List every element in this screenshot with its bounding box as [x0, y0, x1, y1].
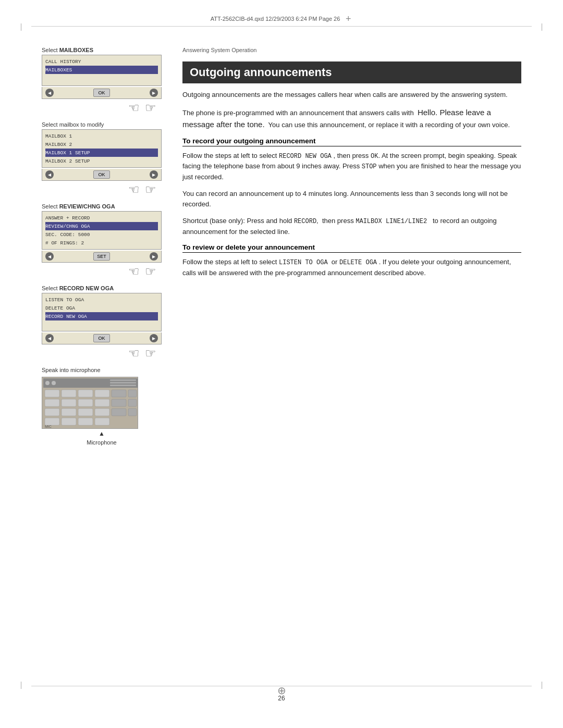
subsection-1-title: To record your outgoing announcement [182, 137, 521, 146]
nav-btn-right: ▶ [150, 170, 158, 179]
ok-btn: OK [93, 170, 109, 179]
file-header-text: ATT-2562CIB-d4.qxd 12/29/2003 6:24 PM Pa… [211, 16, 340, 22]
mono-text: LISTEN TO OGA [279, 259, 328, 266]
diagram-1-label-bold: MAILBOXES [59, 47, 93, 53]
page: ATT-2562CIB-d4.qxd 12/29/2003 6:24 PM Pa… [0, 0, 563, 728]
svg-rect-6 [110, 385, 136, 386]
left-mark-bottom [21, 682, 21, 689]
lcd-row-selected: REVIEW/CHNG OGA [45, 222, 158, 230]
mono-text: STOP [362, 163, 377, 170]
lcd-row: CALL HISTORY [45, 57, 158, 66]
nav-btn-right: ▶ [150, 89, 158, 97]
diagram-1-btn-row: ◀ OK ▶ [42, 87, 162, 99]
svg-rect-23 [112, 409, 126, 416]
speak-label: Speak into microphone [42, 367, 162, 373]
hand-icon-6: ☞ [145, 264, 156, 279]
svg-rect-13 [45, 399, 59, 406]
lcd-row: ANSWER + RECORD [45, 214, 158, 222]
subsection-1-para1: Follow the steps at left to select RECOR… [182, 151, 521, 182]
diagram-3: Select REVIEW/CHNG OGA ANSWER + RECORD R… [42, 203, 162, 283]
svg-rect-22 [95, 409, 109, 416]
ok-btn: OK [93, 89, 109, 97]
diagram-3-label: Select REVIEW/CHNG OGA [42, 203, 162, 209]
diagram-4-btn-row: ◀ OK ▶ [42, 332, 162, 344]
svg-rect-9 [78, 390, 93, 397]
svg-rect-15 [78, 399, 93, 406]
left-column: Select MAILBOXES CALL HISTORY MAILBOXES … [42, 47, 162, 446]
diagram-3-lcd: ANSWER + RECORD REVIEW/CHNG OGA SEC. COD… [42, 211, 162, 250]
file-header: ATT-2562CIB-d4.qxd 12/29/2003 6:24 PM Pa… [211, 15, 353, 23]
subsection-1-para3: Shortcut (base only): Press and hold REC… [182, 216, 521, 237]
hand-icon-5: ☜ [128, 264, 140, 279]
hand-icon-4: ☞ [145, 182, 156, 197]
lcd-row [45, 74, 158, 82]
lcd-row: MAILBOX 2 [45, 140, 158, 149]
svg-rect-24 [128, 409, 137, 416]
hand-icon-2: ☞ [145, 101, 156, 115]
svg-text:MIC: MIC [45, 425, 52, 428]
mono-text: OK [371, 153, 378, 160]
lcd-row [45, 320, 158, 329]
nav-btn-right: ▶ [150, 252, 158, 261]
svg-rect-4 [110, 379, 136, 381]
hand-icon-3: ☜ [128, 182, 140, 197]
nav-btn-left: ◀ [45, 252, 54, 261]
diagram-4-label-bold: RECORD NEW OGA [59, 285, 114, 291]
diagram-2-label: Select mailbox to modify [42, 121, 162, 128]
bottom-crosshair-icon: ⊕ [277, 684, 286, 697]
diagram-1: Select MAILBOXES CALL HISTORY MAILBOXES … [42, 47, 162, 119]
phone-svg: MIC [42, 377, 138, 429]
svg-rect-21 [78, 409, 93, 416]
svg-rect-17 [112, 399, 126, 406]
diagram-1-label: Select MAILBOXES [42, 47, 162, 53]
diagram-3-label-bold: REVIEW/CHNG OGA [59, 203, 115, 209]
right-mark-bottom [542, 682, 542, 689]
svg-rect-25 [45, 418, 59, 425]
lcd-row-selected: MAILBOXES [45, 66, 158, 74]
page-title: Outgoing announcements [182, 61, 521, 83]
set-btn: SET [93, 252, 110, 261]
mono-text: DELETE OGA [339, 259, 377, 266]
nav-btn-left: ◀ [45, 89, 54, 97]
diagram-4-lcd: LISTEN TO OGA DELETE OGA RECORD NEW OGA [42, 293, 162, 331]
mono-text: RECORD NEW OGA [279, 153, 332, 160]
svg-rect-16 [95, 399, 109, 406]
svg-rect-8 [62, 390, 76, 397]
hand-row-4: ☜ ☞ [42, 346, 162, 361]
lcd-row: DELETE OGA [45, 304, 158, 312]
svg-rect-26 [62, 418, 76, 425]
intro-para-2: The phone is pre-programmed with an anno… [182, 106, 521, 131]
diagram-4-label: Select RECORD NEW OGA [42, 285, 162, 291]
lcd-row: # OF RINGS: 2 [45, 239, 158, 247]
crosshair-icon [344, 15, 352, 23]
lcd-row: LISTEN TO OGA [45, 295, 158, 304]
large-text-quote: Hello. Please leave a message after the … [182, 108, 491, 129]
nav-btn-right: ▶ [150, 334, 158, 342]
subsection-2-para1: Follow the steps at left to select LISTE… [182, 257, 521, 278]
subsection-2-title: To review or delete your announcement [182, 243, 521, 253]
svg-rect-18 [128, 399, 137, 406]
main-content: Select MAILBOXES CALL HISTORY MAILBOXES … [42, 47, 521, 446]
nav-btn-left: ◀ [45, 334, 54, 342]
hand-row-3: ☜ ☞ [42, 264, 162, 279]
svg-rect-7 [45, 390, 59, 397]
subsection-1-para2: You can record an announcement up to 4 m… [182, 189, 521, 209]
svg-rect-11 [112, 390, 126, 397]
hand-row-1: ☜ ☞ [42, 101, 162, 115]
svg-rect-20 [62, 409, 76, 416]
svg-rect-5 [110, 382, 136, 384]
hand-icon-7: ☜ [128, 346, 140, 361]
svg-rect-12 [128, 390, 137, 397]
svg-rect-14 [62, 399, 76, 406]
svg-rect-28 [95, 418, 109, 425]
lcd-row-selected: RECORD NEW OGA [45, 312, 158, 320]
top-rule [31, 26, 532, 27]
left-mark-top [21, 23, 21, 31]
diagram-2: Select mailbox to modify MAILBOX 1 MAILB… [42, 121, 162, 201]
hand-icon-8: ☞ [145, 346, 156, 361]
hand-icon-1: ☜ [128, 101, 140, 115]
svg-rect-10 [95, 390, 109, 397]
phone-image: MIC [42, 377, 138, 429]
lcd-row-selected: MAILBOX 1 SETUP [45, 149, 158, 157]
mono-text: RECORD [294, 218, 316, 225]
